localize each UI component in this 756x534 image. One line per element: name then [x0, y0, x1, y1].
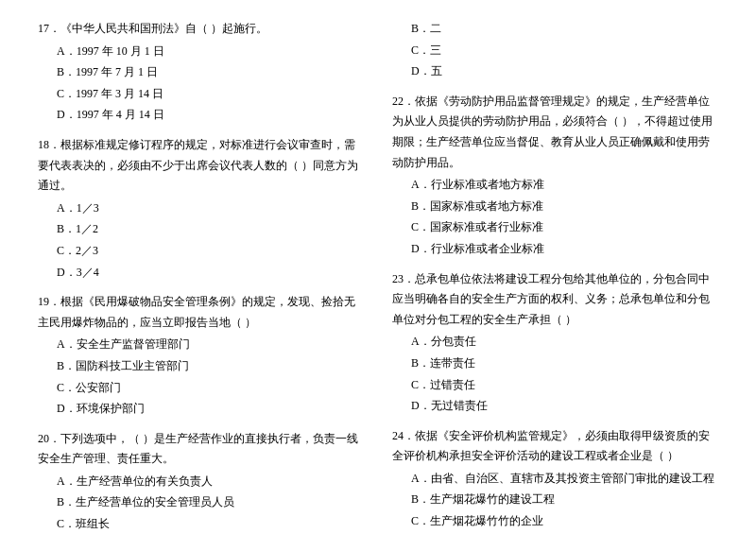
q17-text: 17．《中华人民共和国刑法》自（ ）起施行。: [38, 19, 364, 40]
option: A．1997 年 10 月 1 日: [57, 42, 364, 62]
option: B．1997 年 7 月 1 日: [57, 62, 364, 83]
option: C．国家标准或者行业标准: [411, 217, 718, 238]
q24-options: A．由省、自治区、直辖市及其投资主管部门审批的建设工程 B．生产烟花爆竹的建设工…: [392, 469, 718, 534]
question-17: 17．《中华人民共和国刑法》自（ ）起施行。 A．1997 年 10 月 1 日…: [38, 19, 364, 126]
q23-text: 23．总承包单位依法将建设工程分包给其他单位的，分包合同中应当明确各自的安全生产…: [392, 269, 718, 331]
option: C．公安部门: [57, 378, 364, 399]
option: D．3／4: [57, 263, 364, 284]
option: A．行业标准或者地方标准: [411, 175, 718, 196]
q24-text: 24．依据《安全评价机构监管规定》，必须由取得甲级资质的安全评价机构承担安全评价…: [392, 426, 718, 467]
option: D．无过错责任: [411, 396, 718, 417]
option: C．三: [411, 41, 718, 61]
right-column: B．二 C．三 D．五 22．依据《劳动防护用品监督管理规定》的规定，生产经营单…: [392, 19, 718, 534]
q20-options: A．生产经营单位的有关负责人 B．生产经营单位的安全管理员人员 C．班组长 D．…: [38, 472, 364, 534]
option: B．二: [411, 19, 718, 40]
q23-options: A．分包责任 B．连带责任 C．过错责任 D．无过错责任: [392, 332, 718, 416]
page-content: 17．《中华人民共和国刑法》自（ ）起施行。 A．1997 年 10 月 1 日…: [38, 19, 718, 534]
question-23: 23．总承包单位依法将建设工程分包给其他单位的，分包合同中应当明确各自的安全生产…: [392, 269, 718, 417]
option: A．生产经营单位的有关负责人: [57, 472, 364, 492]
question-19: 19．根据《民用爆破物品安全管理条例》的规定，发现、捡拾无主民用爆炸物品的，应当…: [38, 292, 364, 420]
option: B．生产经营单位的安全管理员人员: [57, 492, 364, 513]
option: C．1997 年 3 月 14 日: [57, 84, 364, 105]
option: C．过错责任: [411, 375, 718, 396]
two-column-layout: 17．《中华人民共和国刑法》自（ ）起施行。 A．1997 年 10 月 1 日…: [38, 19, 718, 534]
q19-text: 19．根据《民用爆破物品安全管理条例》的规定，发现、捡拾无主民用爆炸物品的，应当…: [38, 292, 364, 333]
option: B．国家标准或者地方标准: [411, 197, 718, 217]
q22-options: A．行业标准或者地方标准 B．国家标准或者地方标准 C．国家标准或者行业标准 D…: [392, 175, 718, 259]
question-24: 24．依据《安全评价机构监管规定》，必须由取得甲级资质的安全评价机构承担安全评价…: [392, 426, 718, 534]
option: A．分包责任: [411, 332, 718, 353]
option: B．国防科技工业主管部门: [57, 356, 364, 377]
option: B．1／2: [57, 219, 364, 240]
q22-text: 22．依据《劳动防护用品监督管理规定》的规定，生产经营单位为从业人员提供的劳动防…: [392, 92, 718, 173]
option: B．连带责任: [411, 353, 718, 374]
option: A．安全生产监督管理部门: [57, 335, 364, 355]
option: D．环境保护部门: [57, 399, 364, 420]
q20-text: 20．下列选项中，（ ）是生产经营作业的直接执行者，负责一线安全生产管理、责任重…: [38, 429, 364, 470]
option: A．由省、自治区、直辖市及其投资主管部门审批的建设工程: [411, 469, 718, 490]
option: D．1997 年 4 月 14 日: [57, 105, 364, 126]
q19-options: A．安全生产监督管理部门 B．国防科技工业主管部门 C．公安部门 D．环境保护部…: [38, 335, 364, 419]
option: D．行业标准或者企业标准: [411, 239, 718, 260]
q21-options-continued: B．二 C．三 D．五: [392, 19, 718, 82]
question-20: 20．下列选项中，（ ）是生产经营作业的直接执行者，负责一线安全生产管理、责任重…: [38, 429, 364, 534]
option: D．五: [411, 61, 718, 82]
left-column: 17．《中华人民共和国刑法》自（ ）起施行。 A．1997 年 10 月 1 日…: [38, 19, 364, 534]
q18-options: A．1／3 B．1／2 C．2／3 D．3／4: [38, 198, 364, 283]
option: B．生产烟花爆竹的建设工程: [411, 490, 718, 510]
option: A．1／3: [57, 198, 364, 219]
question-22: 22．依据《劳动防护用品监督管理规定》的规定，生产经营单位为从业人员提供的劳动防…: [392, 92, 718, 260]
q17-options: A．1997 年 10 月 1 日 B．1997 年 7 月 1 日 C．199…: [38, 42, 364, 126]
option: C．班组长: [57, 514, 364, 534]
option: C．生产烟花爆竹竹的企业: [411, 511, 718, 532]
question-18: 18．根据标准规定修订程序的规定，对标准进行会议审查时，需要代表表决的，必须由不…: [38, 135, 364, 283]
q18-text: 18．根据标准规定修订程序的规定，对标准进行会议审查时，需要代表表决的，必须由不…: [38, 135, 364, 197]
question-21-continued: B．二 C．三 D．五: [392, 19, 718, 82]
option: C．2／3: [57, 241, 364, 262]
